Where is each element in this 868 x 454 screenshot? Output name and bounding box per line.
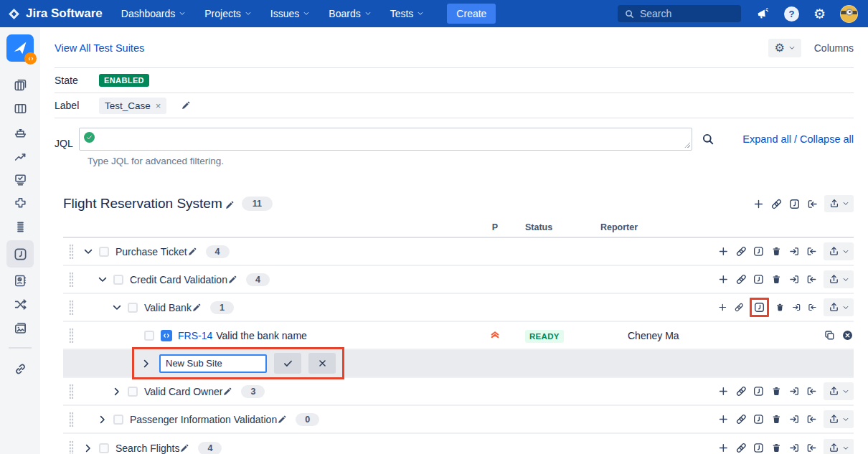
trash-icon[interactable] [770,442,783,454]
user-avatar[interactable] [840,5,858,23]
sidebar-item-backlog[interactable] [6,215,34,239]
columns-button[interactable]: Columns [814,42,854,54]
cancel-button[interactable] [308,353,336,374]
import-icon[interactable] [806,198,819,210]
add-icon[interactable] [717,385,730,397]
chevron-right-icon[interactable] [141,358,152,369]
import-icon[interactable] [806,385,818,397]
search-input[interactable] [640,8,726,19]
sidebar-item-shuffle[interactable] [6,293,34,316]
sidebar-item-reports[interactable] [6,144,34,168]
drag-handle[interactable] [69,300,74,316]
edit-pencil-icon[interactable] [277,415,287,425]
gear-icon[interactable]: ⚙ [813,7,826,21]
help-icon[interactable]: ? [784,6,799,22]
row-checkbox[interactable] [128,303,138,313]
import-icon[interactable] [806,245,818,257]
collapse-all-link[interactable]: Collapse all [800,133,854,145]
export-dropdown-button[interactable] [824,195,854,212]
sidebar-item-releases[interactable] [6,120,34,144]
nav-boards[interactable]: Boards [329,8,371,19]
add-icon[interactable] [717,245,730,257]
copy-suite-icon[interactable] [753,273,765,285]
trash-icon[interactable] [770,273,783,285]
sidebar-item-media[interactable] [6,316,34,340]
export-dropdown-button[interactable] [824,439,854,454]
add-icon[interactable] [717,413,730,425]
copy-suite-icon[interactable] [753,301,765,313]
chevron-right-icon[interactable] [111,386,123,397]
import-icon[interactable] [807,301,818,313]
jql-input[interactable] [79,128,692,151]
export-dropdown-button[interactable] [824,242,854,260]
row-checkbox[interactable] [113,415,123,425]
export-dropdown-button[interactable] [824,298,854,316]
megaphone-icon[interactable] [755,6,770,21]
edit-pencil-icon[interactable] [179,443,189,453]
trash-icon[interactable] [770,413,783,425]
trash-icon[interactable] [770,245,783,257]
import-icon[interactable] [806,413,818,425]
edit-pencil-icon[interactable] [227,275,237,285]
row-checkbox[interactable] [99,443,109,453]
drag-handle[interactable] [69,412,74,427]
move-icon[interactable] [791,301,802,313]
nav-dashboards[interactable]: Dashboards [121,8,187,19]
nav-tests[interactable]: Tests [390,8,425,19]
add-icon[interactable] [753,198,765,210]
edit-pencil-icon[interactable] [187,247,197,257]
jira-logo[interactable]: Jira Software [7,6,103,21]
link-icon[interactable] [734,301,745,313]
copy-suite-icon[interactable] [753,413,765,425]
sidebar-item-addons[interactable] [6,191,34,215]
sidebar-item-links[interactable] [6,357,34,381]
import-icon[interactable] [806,442,818,454]
sidebar-item-testing[interactable] [6,168,34,191]
export-dropdown-button[interactable] [824,270,854,288]
global-search[interactable] [618,5,741,22]
export-dropdown-button[interactable] [824,382,854,400]
move-icon[interactable] [788,273,801,285]
trash-icon[interactable] [770,385,783,397]
trash-icon[interactable] [775,301,786,313]
sidebar-item-contacts[interactable] [6,269,34,293]
link-icon[interactable] [735,273,747,285]
chevron-right-icon[interactable] [82,443,94,454]
link-icon[interactable] [770,198,783,210]
add-icon[interactable] [717,273,730,285]
nav-projects[interactable]: Projects [204,8,252,19]
move-icon[interactable] [788,385,801,397]
add-icon[interactable] [717,301,728,313]
drag-handle[interactable] [69,272,74,288]
chevron-right-icon[interactable] [97,414,108,425]
expand-all-link[interactable]: Expand all [742,133,791,145]
confirm-button[interactable] [274,353,301,374]
chevron-down-icon[interactable] [97,274,108,285]
chevron-down-icon[interactable] [111,302,123,313]
edit-pencil-icon[interactable] [192,303,202,313]
run-jql-search-icon[interactable] [701,132,715,146]
row-checkbox[interactable] [113,275,123,285]
issue-key-link[interactable]: FRS-14 [178,330,212,341]
copy-suite-icon[interactable] [753,385,765,397]
link-icon[interactable] [735,385,747,397]
copy-icon[interactable] [824,329,836,341]
move-icon[interactable] [788,442,801,454]
chevron-down-icon[interactable] [82,246,94,257]
row-checkbox[interactable] [144,331,154,341]
copy-suite-icon[interactable] [788,198,801,210]
drag-handle[interactable] [69,384,74,399]
view-all-test-suites-link[interactable]: View All Test Suites [55,42,144,54]
new-sub-suite-input[interactable] [159,354,267,373]
edit-pencil-icon[interactable] [222,387,232,397]
settings-dropdown-button[interactable]: ⚙ [768,39,801,57]
drag-handle[interactable] [69,440,74,454]
edit-label-pencil-icon[interactable] [181,100,191,110]
export-dropdown-button[interactable] [824,410,854,428]
link-icon[interactable] [735,245,747,257]
link-icon[interactable] [735,413,747,425]
drag-handle[interactable] [69,244,74,260]
link-icon[interactable] [735,442,747,454]
project-avatar[interactable] [6,34,34,62]
copy-suite-icon[interactable] [753,442,765,454]
